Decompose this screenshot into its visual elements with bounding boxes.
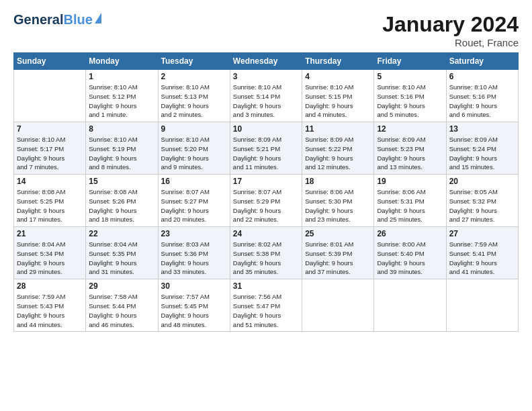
day-number: 14 bbox=[17, 177, 83, 186]
day-number: 10 bbox=[233, 124, 299, 134]
day-info: Sunrise: 8:10 AMSunset: 5:16 PMDaylight:… bbox=[377, 83, 443, 120]
calendar-cell: 3Sunrise: 8:10 AMSunset: 5:14 PMDaylight… bbox=[230, 70, 302, 122]
day-info: Sunrise: 8:09 AMSunset: 5:21 PMDaylight:… bbox=[233, 135, 299, 172]
day-number: 16 bbox=[161, 177, 227, 186]
header-day-thursday: Thursday bbox=[302, 53, 374, 70]
day-info: Sunrise: 8:10 AMSunset: 5:17 PMDaylight:… bbox=[17, 135, 83, 172]
day-info: Sunrise: 7:57 AMSunset: 5:45 PMDaylight:… bbox=[161, 292, 227, 329]
calendar-body: 1Sunrise: 8:10 AMSunset: 5:12 PMDaylight… bbox=[14, 70, 519, 332]
location: Rouet, France bbox=[382, 37, 519, 48]
day-number: 28 bbox=[17, 281, 83, 291]
day-info: Sunrise: 8:07 AMSunset: 5:29 PMDaylight:… bbox=[233, 187, 299, 224]
day-number: 13 bbox=[449, 124, 515, 134]
day-info: Sunrise: 8:09 AMSunset: 5:23 PMDaylight:… bbox=[377, 135, 443, 172]
day-info: Sunrise: 8:04 AMSunset: 5:34 PMDaylight:… bbox=[17, 240, 83, 277]
day-info: Sunrise: 8:06 AMSunset: 5:31 PMDaylight:… bbox=[377, 187, 443, 224]
logo-icon bbox=[95, 13, 101, 24]
header: GeneralBlue January 2024 Rouet, France bbox=[13, 12, 519, 48]
calendar-header-row: SundayMondayTuesdayWednesdayThursdayFrid… bbox=[14, 53, 519, 70]
day-number: 4 bbox=[305, 72, 371, 81]
day-number: 23 bbox=[161, 229, 227, 238]
calendar-cell: 6Sunrise: 8:10 AMSunset: 5:16 PMDaylight… bbox=[446, 70, 518, 122]
day-number: 5 bbox=[377, 72, 443, 81]
header-day-wednesday: Wednesday bbox=[230, 53, 302, 70]
calendar-cell: 18Sunrise: 8:06 AMSunset: 5:30 PMDayligh… bbox=[302, 175, 374, 227]
calendar-cell: 25Sunrise: 8:01 AMSunset: 5:39 PMDayligh… bbox=[302, 227, 374, 279]
day-number: 18 bbox=[305, 177, 371, 186]
calendar-cell: 29Sunrise: 7:58 AMSunset: 5:44 PMDayligh… bbox=[86, 279, 158, 332]
day-info: Sunrise: 8:09 AMSunset: 5:24 PMDaylight:… bbox=[449, 135, 515, 172]
calendar-cell: 23Sunrise: 8:03 AMSunset: 5:36 PMDayligh… bbox=[158, 227, 230, 279]
calendar-cell bbox=[302, 279, 374, 332]
calendar-cell: 10Sunrise: 8:09 AMSunset: 5:21 PMDayligh… bbox=[230, 122, 302, 175]
calendar-cell: 22Sunrise: 8:04 AMSunset: 5:35 PMDayligh… bbox=[86, 227, 158, 279]
day-info: Sunrise: 8:10 AMSunset: 5:19 PMDaylight:… bbox=[89, 135, 154, 172]
day-number: 1 bbox=[89, 72, 154, 81]
title-area: January 2024 Rouet, France bbox=[382, 12, 519, 48]
calendar-week-row: 21Sunrise: 8:04 AMSunset: 5:34 PMDayligh… bbox=[14, 227, 519, 279]
day-info: Sunrise: 8:04 AMSunset: 5:35 PMDaylight:… bbox=[89, 240, 154, 277]
day-info: Sunrise: 7:59 AMSunset: 5:41 PMDaylight:… bbox=[449, 240, 515, 277]
day-info: Sunrise: 7:59 AMSunset: 5:43 PMDaylight:… bbox=[17, 292, 83, 329]
calendar-cell: 26Sunrise: 8:00 AMSunset: 5:40 PMDayligh… bbox=[374, 227, 446, 279]
day-number: 9 bbox=[161, 124, 227, 134]
calendar-cell: 20Sunrise: 8:05 AMSunset: 5:32 PMDayligh… bbox=[446, 175, 518, 227]
header-day-monday: Monday bbox=[86, 53, 158, 70]
day-number: 3 bbox=[233, 72, 299, 81]
day-info: Sunrise: 8:10 AMSunset: 5:13 PMDaylight:… bbox=[161, 83, 227, 120]
calendar-cell: 15Sunrise: 8:08 AMSunset: 5:26 PMDayligh… bbox=[86, 175, 158, 227]
calendar-cell bbox=[446, 279, 518, 332]
day-info: Sunrise: 8:08 AMSunset: 5:25 PMDaylight:… bbox=[17, 187, 83, 224]
calendar-cell: 2Sunrise: 8:10 AMSunset: 5:13 PMDaylight… bbox=[158, 70, 230, 122]
day-number: 22 bbox=[89, 229, 154, 238]
calendar-cell: 8Sunrise: 8:10 AMSunset: 5:19 PMDaylight… bbox=[86, 122, 158, 175]
calendar-cell: 4Sunrise: 8:10 AMSunset: 5:15 PMDaylight… bbox=[302, 70, 374, 122]
day-info: Sunrise: 8:02 AMSunset: 5:38 PMDaylight:… bbox=[233, 240, 299, 277]
calendar-cell: 30Sunrise: 7:57 AMSunset: 5:45 PMDayligh… bbox=[158, 279, 230, 332]
header-day-tuesday: Tuesday bbox=[158, 53, 230, 70]
calendar-week-row: 14Sunrise: 8:08 AMSunset: 5:25 PMDayligh… bbox=[14, 175, 519, 227]
calendar-cell: 12Sunrise: 8:09 AMSunset: 5:23 PMDayligh… bbox=[374, 122, 446, 175]
calendar-cell bbox=[14, 70, 86, 122]
calendar-cell: 11Sunrise: 8:09 AMSunset: 5:22 PMDayligh… bbox=[302, 122, 374, 175]
logo: GeneralBlue bbox=[13, 12, 101, 27]
day-info: Sunrise: 8:10 AMSunset: 5:15 PMDaylight:… bbox=[305, 83, 371, 120]
calendar-cell: 9Sunrise: 8:10 AMSunset: 5:20 PMDaylight… bbox=[158, 122, 230, 175]
day-info: Sunrise: 8:10 AMSunset: 5:16 PMDaylight:… bbox=[449, 83, 515, 120]
day-info: Sunrise: 8:05 AMSunset: 5:32 PMDaylight:… bbox=[449, 187, 515, 224]
day-number: 8 bbox=[89, 124, 154, 134]
day-info: Sunrise: 8:08 AMSunset: 5:26 PMDaylight:… bbox=[89, 187, 154, 224]
calendar-cell: 31Sunrise: 7:56 AMSunset: 5:47 PMDayligh… bbox=[230, 279, 302, 332]
day-number: 25 bbox=[305, 229, 371, 238]
day-number: 6 bbox=[449, 72, 515, 81]
day-number: 11 bbox=[305, 124, 371, 134]
day-number: 29 bbox=[89, 281, 154, 291]
day-number: 19 bbox=[377, 177, 443, 186]
day-number: 24 bbox=[233, 229, 299, 238]
calendar-cell: 27Sunrise: 7:59 AMSunset: 5:41 PMDayligh… bbox=[446, 227, 518, 279]
calendar-cell: 28Sunrise: 7:59 AMSunset: 5:43 PMDayligh… bbox=[14, 279, 86, 332]
calendar-cell: 24Sunrise: 8:02 AMSunset: 5:38 PMDayligh… bbox=[230, 227, 302, 279]
calendar-week-row: 28Sunrise: 7:59 AMSunset: 5:43 PMDayligh… bbox=[14, 279, 519, 332]
calendar-cell: 21Sunrise: 8:04 AMSunset: 5:34 PMDayligh… bbox=[14, 227, 86, 279]
calendar-cell: 7Sunrise: 8:10 AMSunset: 5:17 PMDaylight… bbox=[14, 122, 86, 175]
day-number: 21 bbox=[17, 229, 83, 238]
header-day-sunday: Sunday bbox=[14, 53, 86, 70]
day-info: Sunrise: 8:01 AMSunset: 5:39 PMDaylight:… bbox=[305, 240, 371, 277]
day-number: 27 bbox=[449, 229, 515, 238]
day-number: 26 bbox=[377, 229, 443, 238]
calendar-week-row: 7Sunrise: 8:10 AMSunset: 5:17 PMDaylight… bbox=[14, 122, 519, 175]
day-info: Sunrise: 8:10 AMSunset: 5:12 PMDaylight:… bbox=[89, 83, 154, 120]
calendar-cell bbox=[374, 279, 446, 332]
day-info: Sunrise: 8:10 AMSunset: 5:20 PMDaylight:… bbox=[161, 135, 227, 172]
calendar-week-row: 1Sunrise: 8:10 AMSunset: 5:12 PMDaylight… bbox=[14, 70, 519, 122]
calendar-table: SundayMondayTuesdayWednesdayThursdayFrid… bbox=[13, 52, 519, 332]
calendar-cell: 19Sunrise: 8:06 AMSunset: 5:31 PMDayligh… bbox=[374, 175, 446, 227]
header-day-friday: Friday bbox=[374, 53, 446, 70]
day-number: 15 bbox=[89, 177, 154, 186]
day-info: Sunrise: 8:09 AMSunset: 5:22 PMDaylight:… bbox=[305, 135, 371, 172]
calendar-cell: 14Sunrise: 8:08 AMSunset: 5:25 PMDayligh… bbox=[14, 175, 86, 227]
header-day-saturday: Saturday bbox=[446, 53, 518, 70]
day-number: 12 bbox=[377, 124, 443, 134]
calendar-cell: 1Sunrise: 8:10 AMSunset: 5:12 PMDaylight… bbox=[86, 70, 158, 122]
